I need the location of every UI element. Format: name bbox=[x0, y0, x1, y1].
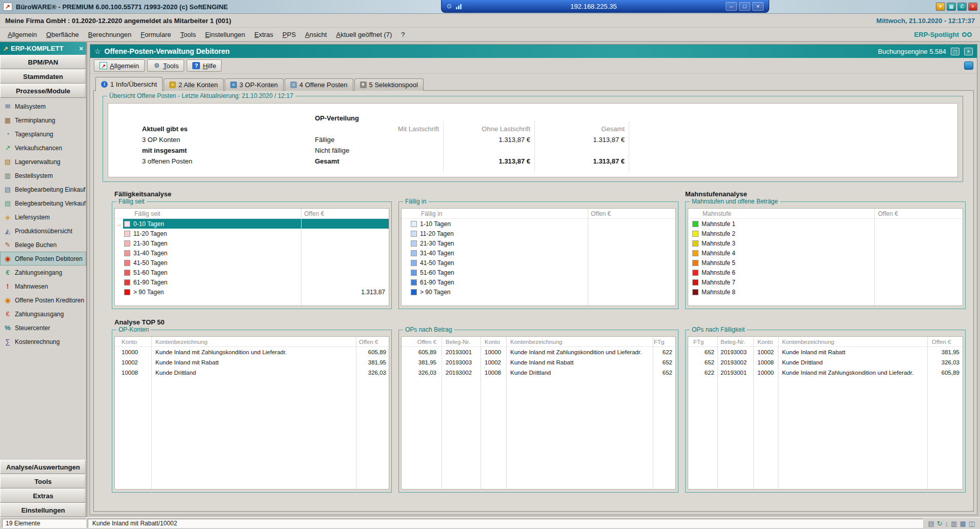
sidebar-item-belegbearbeitung-einkauf[interactable]: ▤ Belegbearbeitung Einkauf bbox=[0, 182, 86, 196]
child-restore-button[interactable]: □ bbox=[951, 48, 959, 55]
grid-row[interactable]: Mahnstufe 3 bbox=[688, 238, 963, 248]
grid-row[interactable]: Mahnstufe 6 bbox=[688, 268, 963, 277]
tab-alle-konten[interactable]: ≡ 2 Alle Konten bbox=[164, 78, 224, 91]
tab-info-uebersicht[interactable]: i 1 Info/Übersicht bbox=[95, 77, 163, 91]
engine-status-icon[interactable] bbox=[964, 62, 973, 70]
sidebar-section-einstellungen[interactable]: Einstellungen bbox=[0, 503, 86, 517]
child-window-title: Offene-Posten-Verwaltung Debitoren bbox=[105, 47, 230, 55]
grid-row[interactable]: 51-60 Tagen bbox=[402, 268, 675, 277]
calculator-icon[interactable]: ▦ bbox=[947, 3, 956, 11]
grid-icon[interactable]: ◫ bbox=[969, 520, 975, 527]
company-bar: Meine Firma GmbH : 01.2020-12.2020 angem… bbox=[0, 14, 980, 28]
grid-row[interactable]: Mahnstufe 1 bbox=[688, 219, 963, 229]
sidebar-section-tools[interactable]: Tools bbox=[0, 474, 86, 489]
table-row[interactable]: 605,89 20193001 10000 Kunde Inland mit Z… bbox=[402, 347, 675, 357]
menu-tools[interactable]: Tools bbox=[176, 29, 201, 40]
refresh-icon[interactable]: ↻ bbox=[937, 520, 943, 527]
sidebar-item-mahnwesen[interactable]: ! Mahnwesen bbox=[0, 279, 86, 293]
phone-icon[interactable]: ✆ bbox=[957, 3, 967, 11]
menu-aktuell-geoeffnet[interactable]: Aktuell geöffnet (7) bbox=[331, 29, 396, 40]
table-row[interactable]: 326,03 20193002 10008 Kunde Drittland 65… bbox=[402, 368, 675, 378]
sidebar-item-liefersystem[interactable]: ◈ Liefersystem bbox=[0, 210, 86, 224]
sidebar-item-produktionsuebersicht[interactable]: ◭ Produktionsübersicht bbox=[0, 224, 86, 238]
grid-row[interactable]: 11-20 Tagen bbox=[402, 229, 675, 238]
table-icon[interactable]: ▦ bbox=[959, 520, 966, 527]
table-row[interactable]: 652 20193003 10002 Kunde Inland mit Raba… bbox=[688, 347, 963, 357]
grid-row[interactable]: 11-20 Tagen bbox=[115, 229, 389, 238]
menu-oberflaeche[interactable]: Oberfläche bbox=[42, 29, 84, 40]
sidebar-item-terminplanung[interactable]: ▦ Terminplanung bbox=[0, 113, 86, 127]
grid-row[interactable]: 21-30 Tagen bbox=[115, 238, 389, 248]
sidebar-item-mailsystem[interactable]: ✉ Mailsystem bbox=[0, 99, 86, 113]
menu-help[interactable]: ? bbox=[396, 29, 409, 40]
erp-spotlight[interactable]: ERP-Spotlight bbox=[914, 31, 977, 38]
grid-row[interactable]: Mahnstufe 4 bbox=[688, 248, 963, 258]
table-row[interactable]: 10002 Kunde Inland mit Rabatt 381,95 bbox=[115, 357, 389, 368]
sidebar-item-zahlungseingang[interactable]: € Zahlungseingang bbox=[0, 266, 86, 279]
toolbar-hilfe-button[interactable]: ? Hilfe bbox=[187, 59, 222, 72]
tab-selektionspool[interactable]: ▼ 5 Selektionspool bbox=[354, 78, 424, 91]
grid-row[interactable]: 31-40 Tagen bbox=[115, 248, 389, 258]
grid-row[interactable]: 41-50 Tagen bbox=[402, 258, 675, 268]
sidebar-item-bestellsystem[interactable]: ▥ Bestellsystem bbox=[0, 169, 86, 182]
menu-pps[interactable]: PPS bbox=[278, 29, 301, 40]
favorite-star-icon[interactable]: ☆ bbox=[94, 47, 101, 55]
pin-icon[interactable]: ⊙ bbox=[447, 3, 452, 10]
toolbar-tools-button[interactable]: ⚙ Tools bbox=[147, 59, 184, 72]
menu-ansicht[interactable]: Ansicht bbox=[301, 29, 332, 40]
columns-icon[interactable]: ▥ bbox=[951, 520, 957, 527]
tab-offene-posten[interactable]: ≡ 4 Offene Posten bbox=[285, 78, 353, 91]
sidebar-section-bpm-pan[interactable]: BPM/PAN bbox=[0, 55, 86, 69]
rdp-restore-button[interactable]: □ bbox=[739, 2, 750, 11]
sidebar-item-belegbearbeitung-verkauf[interactable]: ▤ Belegbearbeitung Verkauf bbox=[0, 196, 86, 210]
grid-row[interactable]: 61-90 Tagen bbox=[115, 277, 389, 287]
sidebar-item-label: Zahlungsausgang bbox=[15, 311, 64, 318]
table-row[interactable]: 652 20193002 10008 Kunde Drittland 326,0… bbox=[688, 357, 963, 368]
sidebar-item-steuercenter[interactable]: % Steuercenter bbox=[0, 321, 86, 335]
sidebar-item-lagerverwaltung[interactable]: ▤ Lagerverwaltung bbox=[0, 155, 86, 169]
grid-row[interactable]: 31-40 Tagen bbox=[402, 248, 675, 258]
grid-row[interactable]: 41-50 Tagen bbox=[115, 258, 389, 268]
sidebar-section-stammdaten[interactable]: Stammdaten bbox=[0, 69, 86, 84]
sidebar-item-offene-posten-debitoren[interactable]: ◉ Offene Posten Debitoren bbox=[0, 252, 86, 266]
toolbar-allgemein-button[interactable]: ↗ Allgemein bbox=[94, 59, 145, 72]
print-icon[interactable]: ▤ bbox=[928, 520, 934, 527]
grid-row[interactable]: > 90 Tagen1.313,87 bbox=[115, 287, 389, 297]
grid-row[interactable]: 51-60 Tagen bbox=[115, 268, 389, 277]
grid-row[interactable]: 1-10 Tagen bbox=[402, 219, 675, 229]
table-row[interactable]: 381,95 20193003 10002 Kunde Inland mit R… bbox=[402, 357, 675, 368]
table-row[interactable]: 622 20193001 10000 Kunde Inland mit Zahl… bbox=[688, 368, 963, 378]
menu-allgemein[interactable]: Allgemein bbox=[3, 29, 42, 40]
quick-launch-icon[interactable]: ✶ bbox=[936, 3, 945, 11]
rdp-minimize-button[interactable]: – bbox=[726, 2, 737, 11]
sidebar-item-belege-buchen[interactable]: ✎ Belege Buchen bbox=[0, 238, 86, 252]
child-close-button[interactable]: × bbox=[964, 48, 973, 55]
sort-icon[interactable]: ↕ bbox=[945, 520, 949, 527]
sidebar-item-zahlungsausgang[interactable]: € Zahlungsausgang bbox=[0, 307, 86, 321]
grid-row[interactable]: 21-30 Tagen bbox=[402, 238, 675, 248]
close-app-button[interactable]: × bbox=[968, 3, 977, 11]
grid-row[interactable]: Mahnstufe 8 bbox=[688, 287, 963, 297]
grid-row[interactable]: Mahnstufe 5 bbox=[688, 258, 963, 268]
rdp-close-button[interactable]: × bbox=[752, 2, 764, 11]
grid-row[interactable]: Mahnstufe 7 bbox=[688, 277, 963, 287]
sidebar-section-prozesse-module[interactable]: Prozesse/Module bbox=[0, 84, 86, 98]
grid-row[interactable]: > 90 Tagen bbox=[402, 287, 675, 297]
sidebar-item-tagesplanung[interactable]: ◔ Tagesplanung bbox=[0, 127, 86, 141]
grid-row[interactable]: 61-90 Tagen bbox=[402, 277, 675, 287]
sidebar-close-icon[interactable]: × bbox=[79, 45, 83, 52]
menu-berechnungen[interactable]: Berechnungen bbox=[84, 29, 136, 40]
menu-einstellungen[interactable]: Einstellungen bbox=[201, 29, 250, 40]
sidebar-item-kostenrechnung[interactable]: ∑ Kostenrechnung bbox=[0, 335, 86, 349]
grid-row[interactable]: Mahnstufe 2 bbox=[688, 229, 963, 238]
tab-op-konten[interactable]: ≡ 3 OP-Konten bbox=[225, 78, 284, 91]
menu-extras[interactable]: Extras bbox=[250, 29, 278, 40]
sidebar-item-verkaufschancen[interactable]: ↗ Verkaufschancen bbox=[0, 141, 86, 155]
sidebar-section-extras[interactable]: Extras bbox=[0, 489, 86, 503]
menu-formulare[interactable]: Formulare bbox=[136, 29, 175, 40]
sidebar-section-analyse-auswertungen[interactable]: Analyse/Auswertungen bbox=[0, 460, 86, 474]
table-row[interactable]: 10000 Kunde Inland mit Zahlungskondition… bbox=[115, 347, 389, 357]
table-row[interactable]: 10008 Kunde Drittland 326,03 bbox=[115, 368, 389, 378]
sidebar-item-offene-posten-kreditoren[interactable]: ◉ Offene Posten Kreditoren bbox=[0, 293, 86, 307]
grid-row[interactable]: → 0-10 Tagen bbox=[115, 219, 389, 229]
